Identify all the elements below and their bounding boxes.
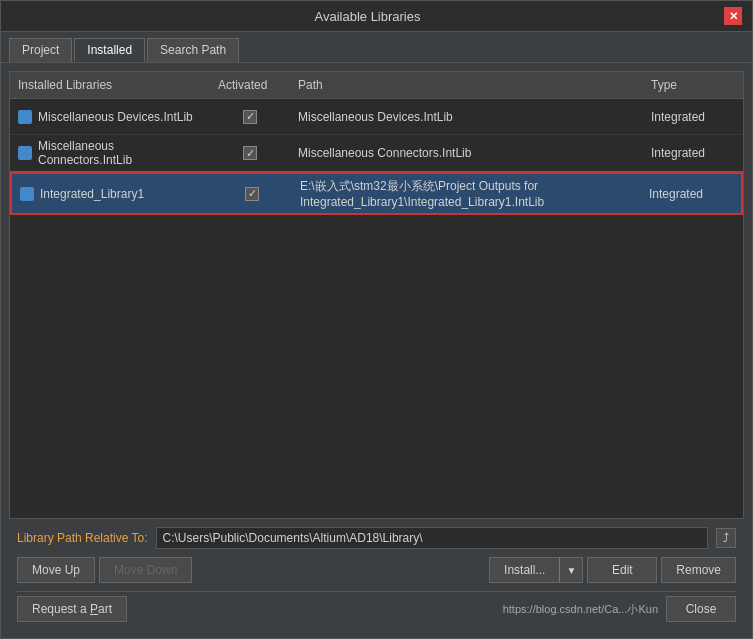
install-dropdown-arrow[interactable]: ▼ (559, 557, 583, 583)
row3-name: Integrated_Library1 (12, 183, 212, 205)
title-bar: Available Libraries ✕ (1, 1, 752, 32)
footer-url: https://blog.csdn.net/Ca...小Kun (503, 602, 658, 617)
close-button[interactable]: Close (666, 596, 736, 622)
move-up-button[interactable]: Move Up (17, 557, 95, 583)
row3-checkbox[interactable] (245, 187, 259, 201)
browse-button[interactable]: ⤴ (716, 528, 736, 548)
row1-path: Miscellaneous Devices.IntLib (290, 106, 643, 128)
table-row-selected[interactable]: Integrated_Library1 E:\嵌入式\stm32最小系统\Pro… (10, 172, 743, 215)
row1-name: Miscellaneous Devices.IntLib (10, 106, 210, 128)
header-activated: Activated (210, 76, 290, 94)
library-path-input[interactable] (156, 527, 708, 549)
footer-left: Request a Part (17, 596, 127, 622)
bottom-section: Library Path Relative To: ⤴ Move Up Move… (9, 519, 744, 630)
content-area: Installed Libraries Activated Path Type … (1, 63, 752, 638)
row1-type: Integrated (643, 106, 743, 128)
library-path-label: Library Path Relative To: (17, 531, 148, 545)
table-row[interactable]: Miscellaneous Connectors.IntLib Miscella… (10, 135, 743, 172)
install-button-group: Install... ▼ (489, 557, 583, 583)
table-header: Installed Libraries Activated Path Type (10, 72, 743, 99)
libraries-table: Installed Libraries Activated Path Type … (9, 71, 744, 519)
dialog-title: Available Libraries (11, 9, 724, 24)
row2-checkbox[interactable] (243, 146, 257, 160)
header-path: Path (290, 76, 643, 94)
request-part-label: Request a Part (32, 602, 112, 616)
table-body: Miscellaneous Devices.IntLib Miscellaneo… (10, 99, 743, 215)
library-icon (20, 187, 34, 201)
edit-button[interactable]: Edit (587, 557, 657, 583)
row2-type: Integrated (643, 142, 743, 164)
close-icon[interactable]: ✕ (724, 7, 742, 25)
actions-row: Move Up Move Down Install... ▼ Edit Remo… (17, 557, 736, 583)
remove-button[interactable]: Remove (661, 557, 736, 583)
tab-bar: Project Installed Search Path (1, 32, 752, 63)
row1-activated (210, 106, 290, 128)
footer-right: https://blog.csdn.net/Ca...小Kun Close (503, 596, 736, 622)
tab-installed[interactable]: Installed (74, 38, 145, 62)
row2-path: Miscellaneous Connectors.IntLib (290, 142, 643, 164)
library-icon (18, 110, 32, 124)
row1-checkbox[interactable] (243, 110, 257, 124)
header-name: Installed Libraries (10, 76, 210, 94)
library-icon (18, 146, 32, 160)
library-path-row: Library Path Relative To: ⤴ (17, 527, 736, 549)
request-part-button[interactable]: Request a Part (17, 596, 127, 622)
footer-row: Request a Part https://blog.csdn.net/Ca.… (17, 591, 736, 626)
header-type: Type (643, 76, 743, 94)
tab-search-path[interactable]: Search Path (147, 38, 239, 62)
tab-project[interactable]: Project (9, 38, 72, 62)
install-button[interactable]: Install... (489, 557, 559, 583)
move-down-button[interactable]: Move Down (99, 557, 192, 583)
row3-activated (212, 183, 292, 205)
available-libraries-dialog: Available Libraries ✕ Project Installed … (0, 0, 753, 639)
row3-path: E:\嵌入式\stm32最小系统\Project Outputs for Int… (292, 174, 641, 213)
table-row[interactable]: Miscellaneous Devices.IntLib Miscellaneo… (10, 99, 743, 135)
row2-activated (210, 142, 290, 164)
row2-name: Miscellaneous Connectors.IntLib (10, 135, 210, 171)
row3-type: Integrated (641, 183, 741, 205)
